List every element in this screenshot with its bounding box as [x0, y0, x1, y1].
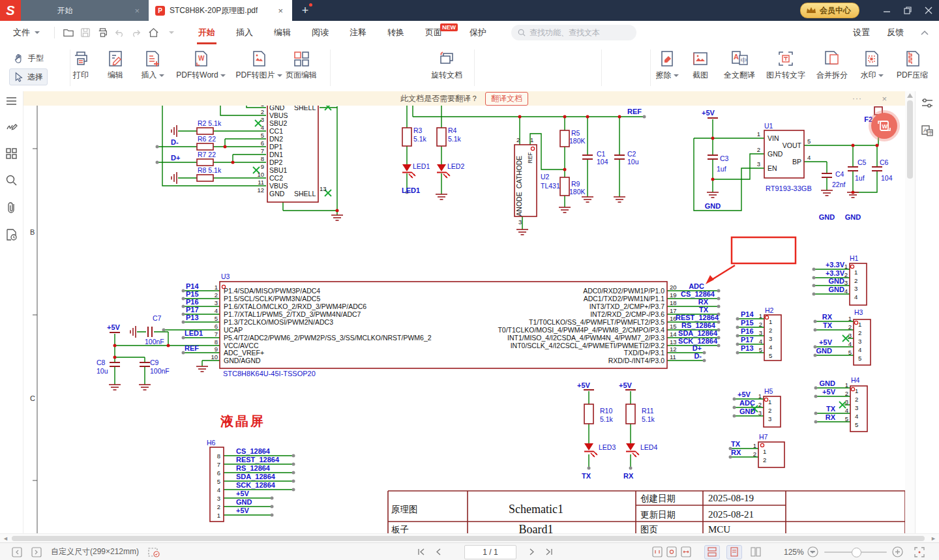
screenshot-button[interactable]: 截图 — [686, 50, 715, 81]
close-window-button[interactable] — [918, 0, 939, 21]
statusbar: 自定义尺寸(299×212mm) 1 / 1 125% — [0, 542, 939, 560]
notification-dot — [309, 3, 312, 7]
vertical-scrollbar[interactable] — [905, 91, 915, 533]
minimize-button[interactable] — [876, 0, 897, 21]
edit-pdf-button[interactable]: 编辑 — [98, 50, 133, 81]
vertical-scroll-thumb[interactable] — [907, 100, 913, 179]
pdf-to-word-button[interactable]: W PDF转Word — [171, 50, 231, 81]
attachment-icon[interactable] — [7, 201, 16, 213]
history-icon[interactable] — [6, 229, 17, 241]
translate-document-button[interactable]: 翻译文档 — [485, 92, 528, 106]
actual-size-icon[interactable] — [652, 546, 663, 557]
page-edit-button[interactable]: 页面编辑 — [282, 50, 321, 81]
watermark-button[interactable]: 水印 — [856, 50, 888, 81]
view-single-button[interactable] — [726, 545, 742, 559]
schematic-text: UCAP — [224, 326, 243, 334]
print-button[interactable] — [94, 25, 111, 40]
menu-tab-home[interactable]: 开始 — [188, 21, 226, 44]
scroll-up-icon[interactable] — [907, 93, 913, 98]
zoom-out-icon[interactable] — [807, 546, 818, 557]
restore-button[interactable] — [897, 0, 918, 21]
save-button[interactable] — [77, 25, 94, 40]
view-continuous-button[interactable] — [704, 545, 720, 559]
signature-icon[interactable] — [6, 121, 18, 132]
menu-tab-convert[interactable]: 转换 — [377, 21, 415, 44]
search-input[interactable]: 查找功能、查找文本 — [511, 25, 636, 40]
pdf-to-image-button[interactable]: PDF转图片 — [230, 50, 288, 81]
fit-page-icon[interactable] — [666, 546, 677, 557]
schematic-text: 20 — [670, 284, 677, 291]
snapshot-check-icon[interactable] — [148, 547, 160, 557]
view-double-button[interactable] — [749, 546, 763, 559]
more-icon[interactable]: ··· — [852, 94, 862, 103]
next-page-icon[interactable] — [31, 547, 42, 557]
merge-split-button[interactable]: 合并拆分 — [811, 50, 853, 81]
schematic-text: 4 — [845, 407, 848, 414]
translate-panel-icon[interactable]: A中 — [921, 125, 933, 137]
page-number-input[interactable]: 1 / 1 — [464, 545, 516, 559]
horizontal-scroll-thumb[interactable] — [12, 536, 925, 541]
home-icon[interactable] — [145, 25, 162, 40]
previous-page-icon[interactable] — [436, 548, 441, 555]
adjust-sliders-icon[interactable] — [921, 98, 933, 108]
erase-button[interactable]: 擦除 — [652, 50, 682, 81]
hand-tool-button[interactable]: 手型 — [9, 50, 48, 66]
scroll-right-icon[interactable]: ► — [931, 535, 936, 542]
floating-translate-button[interactable]: W — [869, 110, 900, 141]
menu-tab-page[interactable]: 页面NEW — [415, 21, 453, 44]
schematic-text: 液晶屏 — [220, 414, 265, 428]
close-icon[interactable]: × — [882, 94, 887, 104]
next-page-nav-icon[interactable] — [529, 548, 535, 555]
schematic-text: SDA_12864 — [678, 329, 718, 337]
close-icon[interactable]: × — [275, 6, 286, 16]
settings-button[interactable]: 设置 — [853, 27, 870, 38]
menu-tab-protect[interactable]: 保护 — [459, 21, 497, 44]
menu-tab-edit[interactable]: 编辑 — [263, 21, 301, 44]
zoom-in-icon[interactable] — [892, 546, 903, 557]
new-tab-button[interactable]: + — [292, 0, 318, 21]
full-text-translate-button[interactable]: A中 全文翻译 — [719, 50, 760, 81]
pdf-page-canvas[interactable]: R2 5.1kR6 22R7 22R8 5.1kD-D+123456789101… — [23, 106, 905, 533]
menu-icon[interactable] — [6, 96, 17, 106]
vip-member-button[interactable]: 会员中心 — [800, 3, 859, 18]
menu-tab-read[interactable]: 阅读 — [301, 21, 339, 44]
last-page-icon[interactable] — [545, 548, 553, 555]
feedback-button[interactable]: 反馈 — [887, 27, 904, 38]
menu-tab-insert[interactable]: 插入 — [226, 21, 263, 44]
open-file-button[interactable] — [60, 25, 77, 40]
rotate-document-button[interactable]: 旋转文档 — [427, 50, 466, 81]
schematic-text: R9 — [571, 180, 580, 188]
tab-document[interactable]: P STC8H8K-20P原理图.pdf × — [149, 0, 292, 21]
print-button[interactable]: 打印 — [63, 50, 99, 81]
svg-text:W: W — [198, 55, 205, 62]
search-pages-icon[interactable] — [6, 175, 17, 186]
wps-logo-icon[interactable]: S — [0, 0, 21, 21]
undo-icon[interactable] — [111, 25, 128, 40]
fullscreen-icon[interactable] — [914, 547, 925, 557]
file-menu[interactable]: 文件 — [0, 27, 49, 38]
schematic-text: 14 — [670, 331, 677, 338]
fit-width-icon[interactable] — [681, 546, 691, 557]
horizontal-scrollbar[interactable]: ◄ ► — [0, 533, 939, 542]
menu-tab-comment[interactable]: 注释 — [339, 21, 377, 44]
schematic-text: 3 — [215, 299, 218, 306]
select-tool-button[interactable]: 选择 — [9, 68, 48, 85]
schematic-text: D+ — [693, 344, 702, 352]
redo-icon[interactable] — [128, 25, 145, 40]
thumbnails-icon[interactable] — [6, 148, 17, 159]
prev-page-icon[interactable] — [12, 547, 22, 557]
zoom-level-label[interactable]: 125% — [784, 548, 804, 557]
pdf-compress-button[interactable]: PDF压缩 — [892, 50, 932, 81]
tab-home[interactable]: 开始 × — [21, 0, 149, 21]
first-page-icon[interactable] — [417, 548, 425, 555]
zoom-slider-thumb[interactable] — [852, 548, 861, 557]
close-icon[interactable]: × — [132, 6, 142, 16]
schematic-text: P14 — [186, 282, 199, 290]
image-to-text-button[interactable]: 图片转文字 — [762, 50, 810, 81]
toolbar-options-icon[interactable] — [162, 25, 179, 40]
scroll-left-icon[interactable]: ◄ — [3, 535, 8, 542]
schematic-text: SBU1 — [269, 166, 288, 174]
insert-button[interactable]: 插入 — [134, 50, 171, 81]
collapse-ribbon-icon[interactable] — [921, 30, 929, 35]
schematic-text: ADC1/TXD2/PWM1N/P1.1 — [584, 295, 664, 302]
